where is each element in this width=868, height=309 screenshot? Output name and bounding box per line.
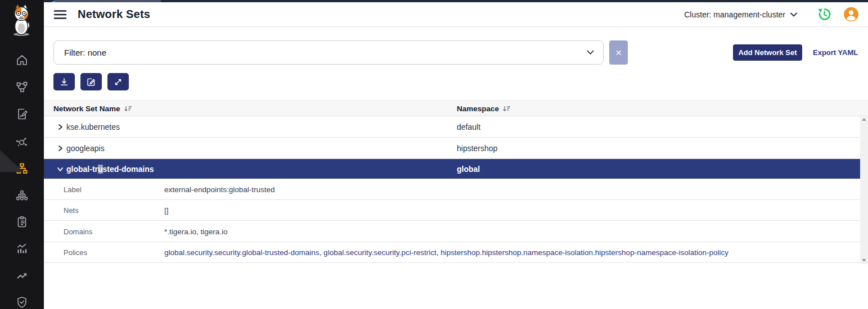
network-set-name: global-trusted-domains [66,165,154,174]
text-cursor-highlight: u [98,165,103,174]
service-graph-icon [15,80,29,94]
vertical-scrollbar[interactable] [860,115,868,264]
clusters-icon [15,189,29,202]
table-row-global-trusted-domains-selected[interactable]: global-trusted-domains global [44,159,860,179]
top-header: Network Sets Cluster: management-cluster [44,2,868,27]
download-button[interactable] [53,73,75,90]
cat-mascot-icon [8,3,34,37]
history-icon [817,7,832,22]
detail-row-label: Label external-endpoints:global-trusted [44,179,860,200]
edit-icon [86,77,96,87]
detail-value: external-endpoints:global-trusted [164,185,275,193]
name-suffix: sted-domains [103,165,154,174]
clear-filter-button[interactable]: ✕ [609,40,628,65]
sort-icon [502,106,511,112]
chevron-right-icon [56,123,64,131]
scroll-down-arrow[interactable] [860,256,868,264]
detail-row-nets: Nets [] [44,200,860,221]
clipboard-icon [15,215,29,229]
download-icon [59,77,69,87]
chevron-down-icon [56,165,64,173]
chevron-right-icon [56,144,64,152]
page-title: Network Sets [78,8,150,21]
cluster-selector-label: Cluster: management-cluster [684,10,785,19]
export-yaml-link[interactable]: Export YAML [813,44,858,61]
namespace: hipstershop [457,144,497,153]
detail-value: *.tigera.io, tigera.io [164,227,228,235]
history-button[interactable] [816,7,832,22]
user-avatar-icon [843,6,859,22]
sidebar-item-flow-visualization[interactable] [15,134,29,149]
column-label: Network Set Name [53,104,120,113]
namespace: global [457,165,480,174]
sidebar-item-home[interactable] [15,53,29,67]
filter-value: Filter: none [64,48,106,57]
cluster-selector[interactable]: Cluster: management-cluster [684,10,797,19]
scroll-up-arrow[interactable] [860,115,868,123]
user-avatar-button[interactable] [843,7,859,22]
main-content: Filter: none ✕ Add Network Set Export YA… [44,27,868,309]
detail-label: Label [64,185,82,193]
chevron-down-icon [587,50,594,55]
sidebar [0,0,44,309]
hamburger-icon [54,10,66,20]
column-label: Namespace [457,104,499,113]
expand-icon [113,77,123,87]
sidebar-item-metrics[interactable] [15,242,29,256]
molecule-icon [15,135,29,148]
sidebar-item-service-graph[interactable] [15,80,29,94]
trending-up-icon [15,269,29,283]
name-prefix: global-tr [66,165,98,174]
calico-cat-logo [8,3,34,39]
detail-row-polices: Polices global.security.security.global-… [44,242,860,263]
column-header-network-set-name[interactable]: Network Set Name [53,101,132,117]
sidebar-item-clusters[interactable] [15,188,29,203]
sidebar-item-security[interactable] [15,295,29,309]
chart-metrics-icon [15,242,29,256]
detail-value: [] [164,206,169,215]
strip-gray-segment [55,0,161,2]
sort-icon [124,106,132,112]
detail-label: Nets [64,206,79,215]
edit-button[interactable] [80,73,102,90]
filter-dropdown[interactable]: Filter: none [53,40,604,65]
detail-row-domains: Domains *.tigera.io, tigera.io [44,221,860,242]
hamburger-menu-button[interactable] [54,10,66,20]
table-row-kse-kubernetes[interactable]: kse.kubernetes default [44,116,860,138]
shield-check-icon [15,296,29,309]
table-header: Network Set Name Namespace [44,100,868,116]
sidebar-item-policies[interactable] [15,107,29,121]
network-set-name: kse.kubernetes [66,122,120,131]
add-network-set-button[interactable]: Add Network Set [733,44,802,61]
detail-value-policy-links[interactable]: global.security.security.global-trusted-… [164,248,728,257]
table-row-googleapis[interactable]: googleapis hipstershop [44,138,860,159]
sidebar-item-compliance-reports[interactable] [15,215,29,229]
policy-document-icon [15,107,29,121]
sidebar-item-trending[interactable] [15,269,29,283]
browser-progress-strip [44,0,868,2]
namespace: default [457,122,480,131]
detail-label: Domains [64,227,92,235]
chevron-down-icon [790,12,797,17]
expand-button[interactable] [107,73,129,90]
network-set-name: googleapis [66,144,105,153]
home-icon [15,53,29,67]
detail-label: Polices [64,248,87,257]
column-header-namespace[interactable]: Namespace [457,101,511,117]
